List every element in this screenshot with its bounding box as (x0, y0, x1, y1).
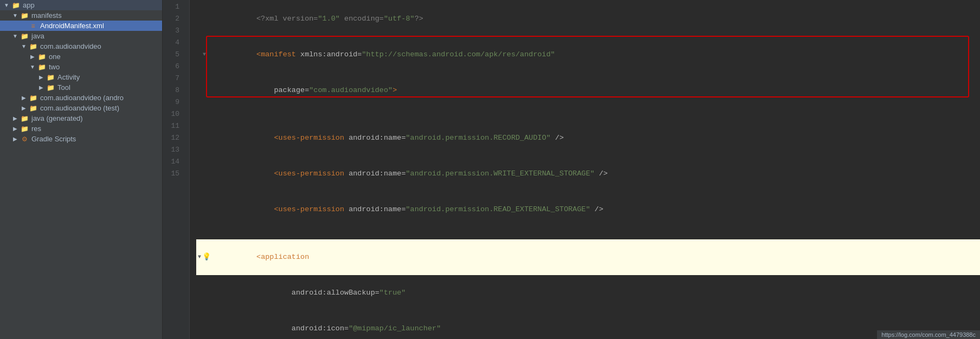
status-bar: https://log.com/com.com_4479388c (877, 330, 980, 339)
tree-item-com-audioandvideo[interactable]: ▼ 📁 com.audioandvideo (0, 41, 162, 51)
arrow-icon: ▶ (20, 95, 28, 101)
code-line-8 (196, 227, 980, 239)
folder-icon: 📁 (37, 53, 47, 61)
folder-icon: 📁 (37, 63, 47, 71)
gutter-9: ▼ 💡 (196, 251, 212, 263)
code-line-5: <uses-permission android:name="android.p… (196, 120, 980, 156)
line-num-12: 12 (163, 132, 184, 144)
code-line-4 (196, 108, 980, 120)
code-line-6: <uses-permission android:name="android.p… (196, 156, 980, 192)
folder-icon: 📁 (28, 94, 38, 102)
line-num-3: 3 (163, 25, 184, 37)
arrow-icon: ▼ (2, 2, 11, 8)
tree-label-com: com.audioandvideo (40, 42, 101, 50)
status-text: https://log.com/com.com_4479388c (881, 331, 976, 338)
code-text-1: <?xml version="1.0" encoding="utf-8"?> (212, 1, 980, 37)
tree-item-res[interactable]: ▶ 📁 res (0, 123, 162, 134)
tree-label-one: one (49, 53, 61, 61)
line-num-4: 4 (163, 37, 184, 49)
gradle-icon: ⚙ (20, 135, 29, 143)
tree-item-com2[interactable]: ▶ 📁 com.audioandvideo (andro (0, 93, 162, 103)
tree-label-two: two (49, 63, 60, 71)
code-text-8 (212, 227, 980, 239)
line-num-15: 15 (163, 168, 184, 180)
code-text-3: package="com.audioandvideo"> (212, 73, 980, 108)
tree-item-manifests[interactable]: ▼ 📁 manifests (0, 10, 162, 21)
arrow-icon: ▶ (28, 54, 37, 60)
arrow-icon: ▶ (20, 105, 28, 111)
code-text-4 (212, 108, 980, 120)
arrow-icon: ▶ (37, 74, 46, 80)
file-tree[interactable]: ▼ 📁 app ▼ 📁 manifests ≡ AndroidManifest.… (0, 0, 163, 339)
code-line-9: ▼ 💡 <application (196, 239, 980, 275)
folder-icon: 📁 (20, 12, 29, 19)
tree-label-manifests: manifests (31, 11, 62, 19)
folder-icon: 📁 (20, 32, 29, 40)
fold-icon-2[interactable]: ▼ (203, 49, 206, 61)
code-text-10: android:allowBackup="true" (212, 275, 980, 311)
tree-item-java[interactable]: ▼ 📁 java (0, 31, 162, 41)
line-num-10: 10 (163, 108, 184, 120)
tree-label-gradle: Gradle Scripts (31, 135, 76, 143)
tree-item-gradle[interactable]: ▶ ⚙ Gradle Scripts (0, 134, 162, 144)
folder-icon: 📁 (20, 125, 29, 133)
line-num-8: 8 (163, 84, 184, 96)
code-text-5: <uses-permission android:name="android.p… (212, 120, 980, 156)
code-text-9: <application (212, 239, 980, 275)
line-num-13: 13 (163, 144, 184, 156)
tree-item-tool[interactable]: ▶ 📁 Tool (0, 82, 162, 93)
folder-icon: 📁 (28, 105, 38, 112)
folder-icon: 📁 (46, 74, 55, 81)
code-line-11: android:icon="@mipmap/ic_launcher" (196, 311, 980, 339)
tree-item-app[interactable]: ▼ 📁 app (0, 0, 162, 10)
line-num-7: 7 (163, 73, 184, 84)
arrow-icon: ▶ (11, 115, 20, 121)
tree-label-activity: Activity (57, 73, 80, 81)
tree-label-tool: Tool (57, 83, 70, 92)
tree-item-one[interactable]: ▶ 📁 one (0, 51, 162, 62)
code-content[interactable]: <?xml version="1.0" encoding="utf-8"?> ▼… (190, 0, 980, 339)
tree-item-androidmanifest[interactable]: ≡ AndroidManifest.xml (0, 21, 162, 31)
tree-label-java: java (31, 32, 44, 40)
line-num-6: 6 (163, 61, 184, 73)
tree-item-java-generated[interactable]: ▶ 📁 java (generated) (0, 113, 162, 123)
line-num-2: 2 (163, 13, 184, 25)
tree-label-androidmanifest: AndroidManifest.xml (40, 22, 104, 30)
arrow-icon: ▶ (11, 126, 20, 132)
line-num-14: 14 (163, 156, 184, 168)
tree-label-res: res (31, 125, 41, 133)
arrow-icon: ▶ (11, 136, 20, 142)
arrow-icon: ▼ (11, 33, 20, 39)
tree-item-activity[interactable]: ▶ 📁 Activity (0, 72, 162, 82)
folder-icon: 📁 (20, 115, 29, 122)
line-num-9: 9 (163, 96, 184, 108)
arrow-icon: ▼ (28, 64, 37, 70)
tree-label-app: app (23, 1, 35, 9)
code-line-10: android:allowBackup="true" (196, 275, 980, 311)
bulb-icon[interactable]: 💡 (202, 251, 211, 263)
tree-label-com3: com.audioandvideo (test) (40, 104, 119, 112)
code-text-2: <manifest xmlns:android="http://schemas.… (212, 37, 980, 73)
code-text-6: <uses-permission android:name="android.p… (212, 156, 980, 192)
code-line-7: <uses-permission android:name="android.p… (196, 192, 980, 227)
line-num-11: 11 (163, 120, 184, 132)
fold-icon-9[interactable]: ▼ (198, 251, 201, 263)
code-text-11: android:icon="@mipmap/ic_launcher" (212, 311, 980, 339)
code-editor[interactable]: 1 2 3 4 5 6 7 8 9 10 11 12 13 14 15 <?xm… (163, 0, 980, 339)
folder-icon: 📁 (11, 2, 21, 9)
gutter-2: ▼ (196, 49, 212, 61)
line-num-1: 1 (163, 1, 184, 13)
arrow-icon: ▼ (11, 12, 20, 18)
line-num-5: 5 (163, 49, 184, 61)
tree-item-com3[interactable]: ▶ 📁 com.audioandvideo (test) (0, 103, 162, 113)
tree-label-com2: com.audioandvideo (andro (40, 94, 124, 102)
code-text-7: <uses-permission android:name="android.p… (212, 192, 980, 227)
code-line-1: <?xml version="1.0" encoding="utf-8"?> (196, 1, 980, 37)
arrow-icon: ▶ (37, 84, 46, 90)
tree-label-java-generated: java (generated) (31, 114, 83, 122)
folder-icon: 📁 (46, 84, 55, 92)
tree-item-two[interactable]: ▼ 📁 two (0, 62, 162, 72)
folder-icon: 📁 (28, 43, 38, 50)
code-line-2: ▼ <manifest xmlns:android="http://schema… (196, 37, 980, 73)
manifest-icon: ≡ (28, 22, 38, 30)
